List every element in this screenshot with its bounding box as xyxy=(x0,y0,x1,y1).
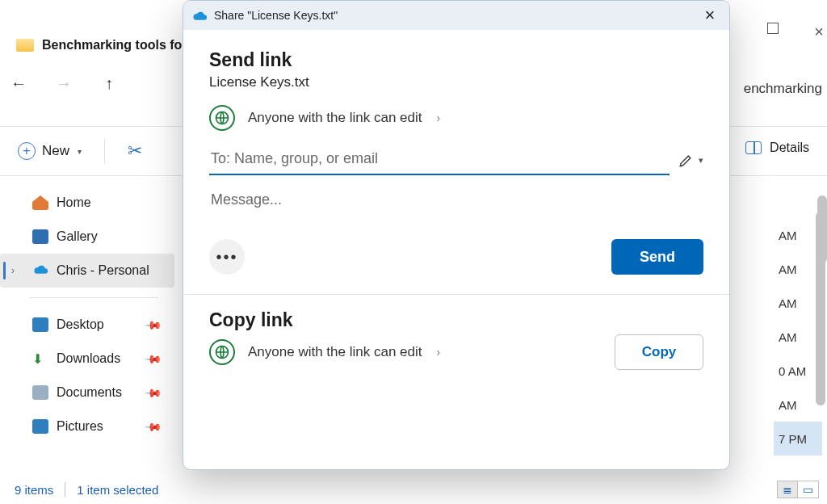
sidebar: Home Gallery › Chris - Personal Desktop … xyxy=(0,176,174,475)
sidebar-item-onedrive[interactable]: › Chris - Personal xyxy=(0,254,174,288)
message-input[interactable] xyxy=(209,175,703,232)
list-scrollbar[interactable] xyxy=(816,212,825,405)
nav-row: ← → ↑ xyxy=(10,74,118,93)
copy-button[interactable]: Copy xyxy=(615,334,703,370)
sidebar-item-label: Home xyxy=(57,195,91,210)
tab-title: Benchmarking tools fo xyxy=(42,38,182,52)
sidebar-item-pictures[interactable]: Pictures 📌 xyxy=(0,410,174,443)
details-pane-icon xyxy=(745,141,762,154)
dialog-divider xyxy=(183,294,729,295)
toolbar-separator xyxy=(104,138,105,164)
folder-icon xyxy=(16,39,34,52)
details-view-toggle[interactable]: ≣ xyxy=(777,481,798,498)
copy-permission-selector[interactable]: Anyone with the link can edit › xyxy=(209,339,440,365)
sidebar-item-label: Gallery xyxy=(57,229,98,244)
chevron-down-icon: ▾ xyxy=(78,147,82,156)
breadcrumb-tail: enchmarking xyxy=(744,81,822,97)
maximize-icon[interactable] xyxy=(767,23,779,34)
sidebar-item-gallery[interactable]: Gallery xyxy=(0,220,174,254)
dialog-title: Share "License Keys.txt" xyxy=(214,9,338,22)
desktop-icon xyxy=(32,317,48,332)
view-toggle-group: ≣ ▭ xyxy=(777,481,819,498)
globe-icon xyxy=(209,339,235,365)
pictures-icon xyxy=(32,419,48,434)
permission-text: Anyone with the link can edit xyxy=(248,110,422,126)
item-count: 9 items xyxy=(15,483,53,497)
permission-selector[interactable]: Anyone with the link can edit › xyxy=(209,105,703,131)
more-options-button[interactable]: ••• xyxy=(209,239,245,275)
chevron-right-icon: › xyxy=(436,111,440,124)
edit-permission-button[interactable]: ▾ xyxy=(678,153,703,169)
pin-icon: 📌 xyxy=(144,383,162,401)
home-icon xyxy=(32,195,48,210)
file-list-time-column: AM AM AM AM 0 AM AM 7 PM xyxy=(774,218,822,456)
up-button[interactable]: ↑ xyxy=(100,74,118,93)
close-dialog-button[interactable]: × xyxy=(699,5,721,26)
sidebar-divider xyxy=(29,297,158,298)
onedrive-icon xyxy=(191,10,208,21)
sidebar-item-label: Downloads xyxy=(57,351,120,366)
sidebar-item-downloads[interactable]: ⬇ Downloads 📌 xyxy=(0,342,174,376)
copy-permission-text: Anyone with the link can edit xyxy=(248,344,422,360)
plus-icon: + xyxy=(18,142,36,160)
status-bar: 9 items 1 item selected ≣ ▭ xyxy=(0,475,827,504)
sidebar-item-label: Pictures xyxy=(57,419,103,434)
thumbnails-view-toggle[interactable]: ▭ xyxy=(798,481,819,498)
send-link-heading: Send link xyxy=(209,49,703,71)
time-cell: AM xyxy=(774,388,822,422)
time-cell: 7 PM xyxy=(774,422,822,456)
details-label: Details xyxy=(770,141,809,155)
share-dialog: Share "License Keys.txt" × Send link Lic… xyxy=(183,0,730,470)
chevron-right-icon: › xyxy=(436,346,440,359)
pin-icon: 📌 xyxy=(144,315,162,334)
window-controls: × xyxy=(767,23,824,41)
explorer-tab[interactable]: Benchmarking tools fo xyxy=(8,29,193,61)
dialog-titlebar: Share "License Keys.txt" × xyxy=(183,1,729,30)
dialog-body: Send link License Keys.txt Anyone with t… xyxy=(183,30,729,469)
copy-link-heading: Copy link xyxy=(209,309,703,331)
onedrive-icon xyxy=(32,263,48,278)
globe-icon xyxy=(209,105,235,131)
send-button[interactable]: Send xyxy=(611,239,703,275)
gallery-icon xyxy=(32,229,48,244)
new-label: New xyxy=(42,143,69,159)
chevron-right-icon: › xyxy=(11,265,15,276)
pin-icon: 📌 xyxy=(144,417,162,435)
share-filename: License Keys.txt xyxy=(209,74,703,90)
pencil-icon xyxy=(678,153,694,169)
recipient-row: ▾ xyxy=(209,145,703,175)
sidebar-item-label: Chris - Personal xyxy=(57,263,149,278)
time-cell: AM xyxy=(774,286,822,320)
cut-icon[interactable]: ✂ xyxy=(128,141,142,162)
send-action-row: ••• Send xyxy=(209,239,703,294)
pin-icon: 📌 xyxy=(144,349,162,368)
time-cell: 0 AM xyxy=(774,354,822,388)
recipient-input[interactable] xyxy=(209,145,670,175)
copy-link-row: Anyone with the link can edit › Copy xyxy=(209,334,703,370)
status-divider xyxy=(65,482,65,497)
downloads-icon: ⬇ xyxy=(32,351,48,366)
close-window-icon[interactable]: × xyxy=(814,23,824,41)
sidebar-item-desktop[interactable]: Desktop 📌 xyxy=(0,308,174,342)
sidebar-item-label: Documents xyxy=(57,385,122,400)
new-button[interactable]: + New ▾ xyxy=(18,142,82,160)
sidebar-item-home[interactable]: Home xyxy=(0,186,174,220)
sidebar-item-documents[interactable]: Documents 📌 xyxy=(0,376,174,410)
time-cell: AM xyxy=(774,252,822,286)
time-cell: AM xyxy=(774,320,822,354)
forward-button[interactable]: → xyxy=(55,74,73,93)
sidebar-item-label: Desktop xyxy=(57,317,104,332)
details-button[interactable]: Details xyxy=(745,141,809,155)
selection-count: 1 item selected xyxy=(77,483,158,497)
chevron-down-icon: ▾ xyxy=(699,155,703,166)
documents-icon xyxy=(32,385,48,400)
time-cell: AM xyxy=(774,218,822,252)
ellipsis-icon: ••• xyxy=(216,248,237,267)
back-button[interactable]: ← xyxy=(10,74,27,93)
